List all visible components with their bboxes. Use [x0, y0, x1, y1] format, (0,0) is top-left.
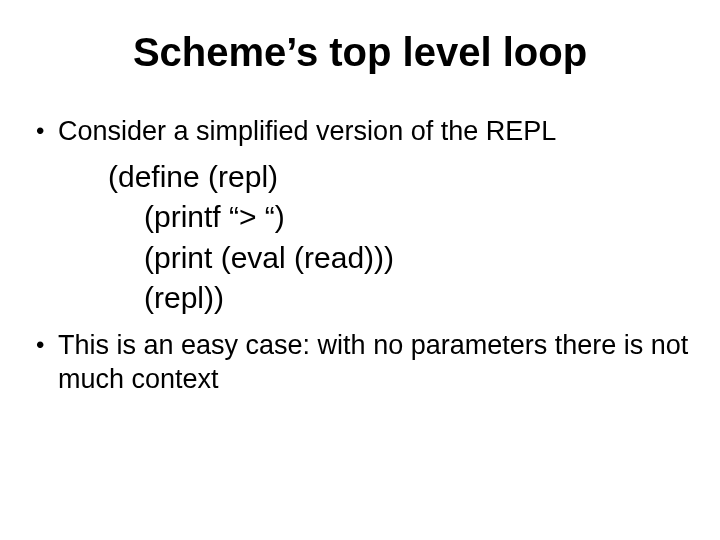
- bullet-item-2: This is an easy case: with no parameters…: [30, 329, 690, 397]
- code-line-2: (printf “> “): [108, 197, 690, 238]
- bullet-text-2: This is an easy case: with no parameters…: [58, 330, 688, 394]
- code-line-4: (repl)): [108, 278, 690, 319]
- slide-title: Scheme’s top level loop: [30, 30, 690, 75]
- bullet-list-2: This is an easy case: with no parameters…: [30, 329, 690, 397]
- slide: Scheme’s top level loop Consider a simpl…: [0, 0, 720, 540]
- code-block: (define (repl) (printf “> “) (print (eva…: [108, 157, 690, 319]
- code-line-1: (define (repl): [108, 157, 690, 198]
- code-line-3: (print (eval (read))): [108, 238, 690, 279]
- bullet-text-1: Consider a simplified version of the REP…: [58, 116, 556, 146]
- bullet-item-1: Consider a simplified version of the REP…: [30, 115, 690, 149]
- bullet-list: Consider a simplified version of the REP…: [30, 115, 690, 149]
